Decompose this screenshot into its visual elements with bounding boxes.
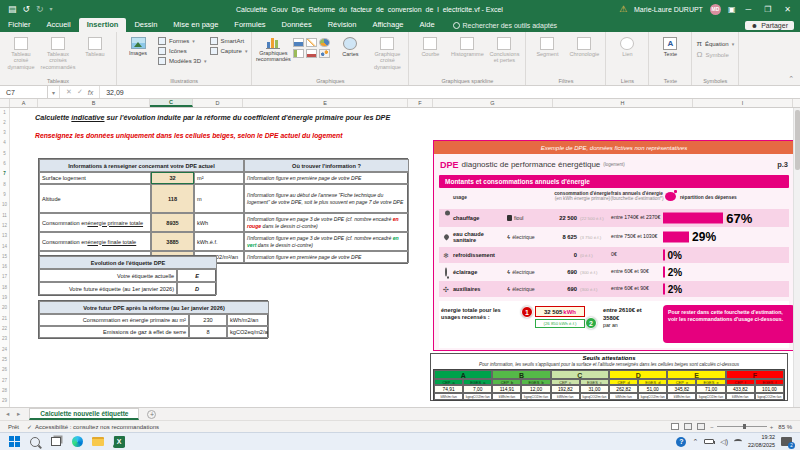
vertical-scrollbar[interactable] xyxy=(793,108,800,407)
tab-insertion[interactable]: Insertion xyxy=(79,18,127,32)
column-header-G[interactable]: G xyxy=(433,99,553,107)
bar-chart-icon[interactable] xyxy=(293,38,304,47)
modeles3d-button[interactable]: Modèles 3D▾ xyxy=(158,57,207,65)
row-header-3[interactable]: 3 xyxy=(0,130,9,135)
zoom-level[interactable]: 85 % xyxy=(778,424,792,430)
row-header-5[interactable]: 5 xyxy=(0,151,9,156)
row-header-13[interactable]: 13 xyxy=(0,233,9,238)
hbar-chart-icon[interactable] xyxy=(293,49,304,58)
row-header-4[interactable]: 4 xyxy=(0,140,9,145)
pie-chart-icon[interactable] xyxy=(319,38,330,47)
row-header-19[interactable]: 19 xyxy=(0,295,9,300)
recommended-pivot-button[interactable]: Tableaux croisés recommandés xyxy=(41,35,75,70)
tab-mise-en-page[interactable]: Mise en page xyxy=(165,18,226,32)
notification-icon[interactable]: 2 xyxy=(781,437,792,446)
accessibility-status[interactable]: ✓ Accessibilité : consultez nos recomman… xyxy=(27,423,159,430)
row-header-1[interactable]: 1 xyxy=(0,110,9,115)
battery-icon[interactable] xyxy=(704,439,714,444)
redo-icon[interactable]: ↻ xyxy=(36,5,44,14)
name-box[interactable]: C7 xyxy=(0,86,48,98)
images-button[interactable]: Images xyxy=(121,35,155,56)
input-value-2[interactable]: 8935 xyxy=(151,213,194,232)
sheet-tab-active[interactable]: Calculette nouvelle étiquette xyxy=(29,408,139,420)
name-box-caret-icon[interactable]: ▾ xyxy=(48,86,60,98)
row-header-27[interactable]: 27 xyxy=(0,378,9,383)
capture-button[interactable]: Capture▾ xyxy=(210,47,248,55)
tell-me-search[interactable]: Rechercher des outils adaptés xyxy=(453,22,558,32)
sparkline-winloss-button[interactable]: Conclusions et pertes xyxy=(487,35,521,64)
collapse-ribbon-icon[interactable]: ⌃ xyxy=(782,75,800,85)
sheet-nav-arrows[interactable]: ◂ ▸ xyxy=(0,410,29,418)
texte-button[interactable]: ATexte xyxy=(653,35,687,57)
avatar[interactable]: MD xyxy=(710,4,721,15)
tab-dessin[interactable]: Dessin xyxy=(126,18,165,32)
wifi-icon[interactable] xyxy=(734,439,742,444)
row-header-2[interactable]: 2 xyxy=(0,120,9,125)
row-header-23[interactable]: 23 xyxy=(0,336,9,341)
tab-donnees[interactable]: Données xyxy=(274,18,320,32)
undo-icon[interactable]: ↺ xyxy=(23,5,31,14)
column-header-E[interactable]: E xyxy=(243,99,408,107)
add-sheet-icon[interactable]: + xyxy=(147,410,156,419)
save-icon[interactable]: ▤ xyxy=(8,5,17,14)
task-view-button[interactable] xyxy=(50,436,62,448)
column-header-C[interactable]: C xyxy=(150,99,193,107)
share-button[interactable]: ☻ Partager xyxy=(745,21,794,30)
cartes-button[interactable]: Cartes xyxy=(333,35,367,57)
zoom-slider[interactable]: −+ xyxy=(710,424,773,430)
tray-chevron-icon[interactable]: ⌃ xyxy=(692,438,698,446)
row-header-15[interactable]: 15 xyxy=(0,254,9,259)
tab-revision[interactable]: Révision xyxy=(320,18,365,32)
explorer-button[interactable] xyxy=(92,436,104,448)
row-header-9[interactable]: 9 xyxy=(0,192,9,197)
tab-fichier[interactable]: Fichier xyxy=(0,18,39,32)
row-header-26[interactable]: 26 xyxy=(0,367,9,372)
symbole-button[interactable]: ΩSymbole xyxy=(696,50,734,59)
restore-button[interactable]: ❐ xyxy=(761,5,774,14)
select-all-corner[interactable] xyxy=(0,99,10,107)
row-header-28[interactable]: 28 xyxy=(0,388,9,393)
input-value-1[interactable]: 118 xyxy=(151,184,194,213)
row-header-7[interactable]: 7 xyxy=(0,171,9,176)
row-header-24[interactable]: 24 xyxy=(0,347,9,352)
row-header-21[interactable]: 21 xyxy=(0,316,9,321)
tab-accueil[interactable]: Accueil xyxy=(39,18,79,32)
qat-customize-icon[interactable]: ▾ xyxy=(50,6,53,12)
cancel-icon[interactable]: ✕ xyxy=(66,88,72,96)
close-button[interactable]: ✕ xyxy=(781,5,794,14)
excel-taskbar-button[interactable]: X xyxy=(113,436,125,448)
formula-input[interactable]: 32,09 xyxy=(100,89,124,96)
help-icon[interactable]: ? xyxy=(676,437,686,447)
column-header-A[interactable]: A xyxy=(10,99,38,107)
recommended-charts-button[interactable]: Graphiques recommandés xyxy=(256,35,290,63)
column-header-D[interactable]: D xyxy=(193,99,243,107)
icones-button[interactable]: Icônes xyxy=(158,47,207,55)
insert-function-icon[interactable]: fx xyxy=(88,89,93,96)
tab-aide[interactable]: Aide xyxy=(412,18,443,32)
column-header-H[interactable]: H xyxy=(553,99,693,107)
column-header-B[interactable]: B xyxy=(38,99,150,107)
row-header-18[interactable]: 18 xyxy=(0,285,9,290)
row-header-14[interactable]: 14 xyxy=(0,244,9,249)
search-button[interactable] xyxy=(29,436,41,448)
formes-button[interactable]: Formes▾ xyxy=(158,37,207,45)
row-header-11[interactable]: 11 xyxy=(0,213,9,218)
pivot-chart-button[interactable]: Graphique croisé dynamique xyxy=(370,35,404,70)
row-header-12[interactable]: 12 xyxy=(0,223,9,228)
row-header-25[interactable]: 25 xyxy=(0,357,9,362)
row-header-20[interactable]: 20 xyxy=(0,305,9,310)
page-layout-view-icon[interactable] xyxy=(684,423,692,430)
row-header-10[interactable]: 10 xyxy=(0,202,9,207)
lien-button[interactable]: Lien xyxy=(610,35,644,57)
tab-formules[interactable]: Formules xyxy=(226,18,273,32)
scatter-chart-icon[interactable] xyxy=(319,49,330,58)
row-header-8[interactable]: 8 xyxy=(0,182,9,187)
clock[interactable]: 19:32 22/08/2025 xyxy=(748,434,775,448)
scrollbar-thumb[interactable] xyxy=(795,110,800,170)
input-value-0[interactable]: 32 xyxy=(151,172,194,184)
edge-button[interactable] xyxy=(71,436,83,448)
row-header-6[interactable]: 6 xyxy=(0,161,9,166)
column-header-F[interactable]: F xyxy=(408,99,433,107)
sparkline-histogramme-button[interactable]: Histogramme xyxy=(450,35,484,57)
chronologie-button[interactable]: Chronologie xyxy=(567,35,601,57)
